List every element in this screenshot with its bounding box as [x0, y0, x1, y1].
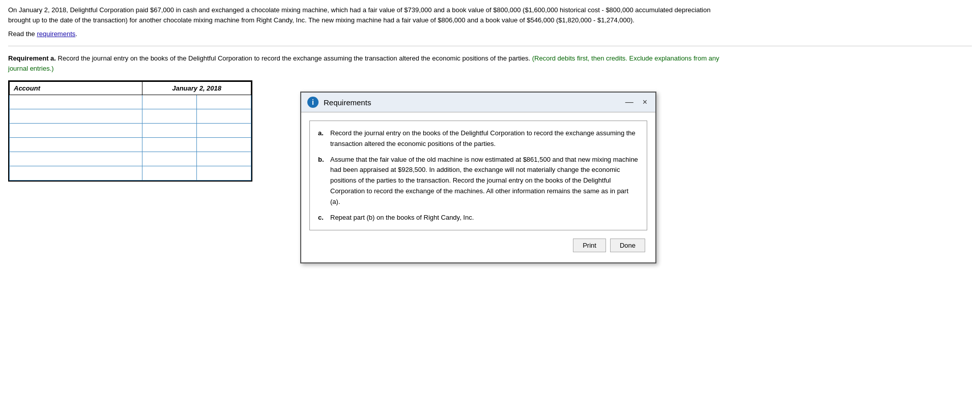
- account-cell[interactable]: [10, 124, 142, 138]
- read-line: Read the requirements.: [8, 30, 972, 38]
- credit-input[interactable]: [199, 110, 249, 122]
- credit-input[interactable]: [199, 96, 249, 108]
- credit-input[interactable]: [199, 153, 249, 165]
- req-letter: c.: [318, 213, 326, 223]
- requirements-box: a.Record the journal entry on the books …: [309, 121, 647, 230]
- table-header-date: January 2, 2018: [142, 82, 251, 95]
- debit-input[interactable]: [145, 139, 194, 151]
- table-row: [10, 152, 251, 166]
- credit-cell[interactable]: [197, 166, 251, 181]
- journal-table: Account January 2, 2018: [9, 81, 251, 181]
- account-input[interactable]: [12, 96, 140, 108]
- req-text: Record the journal entry on the books of…: [330, 128, 639, 150]
- requirement-item: c.Repeat part (b) on the books of Right …: [318, 213, 639, 223]
- main-content: Account January 2, 2018 i Requirements —…: [8, 80, 972, 182]
- debit-input[interactable]: [145, 110, 194, 122]
- section-divider: [8, 46, 972, 46]
- account-cell[interactable]: [10, 138, 142, 152]
- debit-input[interactable]: [145, 125, 194, 136]
- dialog-title: Requirements: [324, 98, 623, 107]
- requirement-a-label: Requirement a. Record the journal entry …: [8, 53, 720, 73]
- journal-tbody: [10, 95, 251, 181]
- account-cell[interactable]: [10, 109, 142, 124]
- debit-cell[interactable]: [142, 109, 197, 124]
- req-letter: a.: [318, 128, 326, 150]
- credit-cell[interactable]: [197, 138, 251, 152]
- table-row: [10, 109, 251, 124]
- dialog-controls: — ×: [623, 98, 649, 106]
- dialog-footer: Print Done: [309, 239, 647, 254]
- info-icon: i: [307, 97, 319, 108]
- credit-cell[interactable]: [197, 109, 251, 124]
- debit-cell[interactable]: [142, 152, 197, 166]
- account-cell[interactable]: [10, 166, 142, 181]
- account-input[interactable]: [12, 153, 140, 165]
- req-letter: b.: [318, 155, 326, 207]
- debit-input[interactable]: [145, 96, 194, 108]
- debit-cell[interactable]: [142, 124, 197, 138]
- account-cell[interactable]: [10, 152, 142, 166]
- print-button[interactable]: Print: [573, 239, 606, 252]
- dialog-header: i Requirements — ×: [301, 93, 655, 112]
- done-button[interactable]: Done: [610, 239, 645, 252]
- credit-input[interactable]: [199, 125, 249, 136]
- credit-input[interactable]: [199, 167, 249, 179]
- close-button[interactable]: ×: [641, 98, 649, 106]
- minimize-button[interactable]: —: [623, 98, 636, 106]
- req-text: Repeat part (b) on the books of Right Ca…: [330, 213, 474, 223]
- requirements-link[interactable]: requirements: [37, 30, 75, 38]
- credit-cell[interactable]: [197, 124, 251, 138]
- table-row: [10, 138, 251, 152]
- credit-cell[interactable]: [197, 152, 251, 166]
- table-row: [10, 95, 251, 109]
- table-header-row: Account January 2, 2018: [10, 82, 251, 95]
- debit-cell[interactable]: [142, 95, 197, 109]
- credit-cell[interactable]: [197, 95, 251, 109]
- table-row: [10, 124, 251, 138]
- table-row: [10, 166, 251, 181]
- requirements-dialog: i Requirements — × a.Record the journal …: [300, 92, 656, 263]
- debit-cell[interactable]: [142, 138, 197, 152]
- requirement-item: a.Record the journal entry on the books …: [318, 128, 639, 150]
- debit-input[interactable]: [145, 167, 194, 179]
- table-header-account: Account: [10, 82, 142, 95]
- account-input[interactable]: [12, 167, 140, 179]
- debit-input[interactable]: [145, 153, 194, 165]
- req-text: Assume that the fair value of the old ma…: [330, 155, 639, 207]
- requirement-item: b.Assume that the fair value of the old …: [318, 155, 639, 207]
- account-input[interactable]: [12, 125, 140, 136]
- credit-input[interactable]: [199, 139, 249, 151]
- account-cell[interactable]: [10, 95, 142, 109]
- account-input[interactable]: [12, 139, 140, 151]
- debit-cell[interactable]: [142, 166, 197, 181]
- dialog-body: a.Record the journal entry on the books …: [301, 112, 655, 262]
- account-input[interactable]: [12, 110, 140, 122]
- journal-table-wrapper: Account January 2, 2018: [8, 80, 252, 182]
- intro-paragraph: On January 2, 2018, Delightful Corporati…: [8, 5, 720, 25]
